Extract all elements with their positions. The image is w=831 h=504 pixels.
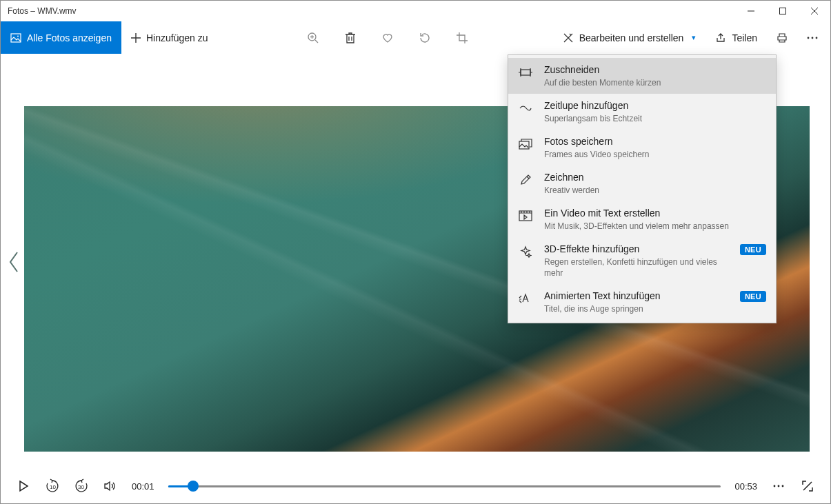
menu-subtitle: Titel, die ins Auge springen bbox=[544, 303, 729, 314]
toolbar: Alle Fotos anzeigen Hinzufügen zu Bearbe… bbox=[1, 21, 830, 54]
video-text-icon bbox=[518, 208, 533, 223]
svg-rect-7 bbox=[521, 70, 530, 75]
sparkle-icon bbox=[518, 244, 533, 259]
menu-subtitle: Kreativ werden bbox=[544, 185, 766, 196]
time-current: 00:01 bbox=[132, 481, 154, 492]
svg-point-11 bbox=[778, 485, 780, 487]
share-icon bbox=[715, 32, 726, 43]
edit-create-label: Bearbeiten und erstellen bbox=[579, 32, 684, 43]
menu-subtitle: Frames aus Video speichern bbox=[544, 149, 766, 160]
svg-rect-1 bbox=[11, 34, 21, 42]
share-label: Teilen bbox=[732, 32, 757, 43]
image-icon bbox=[10, 32, 21, 43]
plus-icon bbox=[131, 33, 141, 43]
pen-icon bbox=[518, 172, 533, 188]
more-icon bbox=[807, 37, 818, 39]
svg-point-4 bbox=[808, 37, 810, 39]
toolbar-center bbox=[217, 21, 557, 54]
edit-icon bbox=[563, 32, 574, 43]
svg-rect-0 bbox=[780, 8, 786, 14]
seek-slider[interactable] bbox=[168, 479, 721, 493]
animated-text-icon bbox=[518, 291, 533, 306]
close-button[interactable] bbox=[799, 1, 830, 21]
playback-more-button[interactable] bbox=[771, 478, 786, 494]
menu-subtitle: Mit Musik, 3D-Effekten und vielem mehr a… bbox=[544, 221, 766, 232]
edit-create-button[interactable]: Bearbeiten und erstellen ▾ bbox=[557, 32, 702, 43]
crop-icon[interactable] bbox=[456, 32, 468, 44]
menu-title: Zeitlupe hinzufügen bbox=[544, 99, 766, 112]
slowmo-icon bbox=[518, 101, 533, 116]
menu-item-animated-text[interactable]: Animierten Text hinzufügenTitel, die ins… bbox=[508, 284, 776, 320]
volume-button[interactable] bbox=[103, 478, 118, 494]
all-photos-button[interactable]: Alle Fotos anzeigen bbox=[1, 21, 121, 54]
menu-title: Ein Video mit Text erstellen bbox=[544, 207, 766, 219]
minimize-button[interactable] bbox=[735, 1, 767, 21]
fullscreen-button[interactable] bbox=[800, 478, 815, 494]
menu-title: Fotos speichern bbox=[544, 135, 766, 148]
edit-create-menu: ZuschneidenAuf die besten Momente kürzen… bbox=[508, 54, 777, 323]
trim-icon bbox=[518, 65, 533, 80]
chevron-down-icon: ▾ bbox=[692, 33, 696, 42]
svg-point-10 bbox=[774, 485, 776, 487]
viewer: ZuschneidenAuf die besten Momente kürzen… bbox=[1, 54, 830, 469]
menu-title: 3D-Effekte hinzufügen bbox=[544, 243, 729, 255]
menu-title: Zuschneiden bbox=[544, 63, 766, 76]
skip-fwd-label: 30 bbox=[78, 484, 84, 490]
skip-back-label: 10 bbox=[50, 484, 56, 490]
menu-item-video-text[interactable]: Ein Video mit Text erstellenMit Musik, 3… bbox=[508, 201, 776, 237]
svg-point-6 bbox=[816, 37, 818, 39]
skip-back-button[interactable]: 10 bbox=[45, 478, 60, 494]
menu-item-draw[interactable]: ZeichnenKreativ werden bbox=[508, 165, 776, 201]
menu-item-save-photos[interactable]: Fotos speichernFrames aus Video speicher… bbox=[508, 130, 776, 165]
print-button[interactable] bbox=[771, 32, 793, 43]
rotate-icon[interactable] bbox=[419, 32, 431, 44]
menu-subtitle: Regen erstellen, Konfetti hinzufügen und… bbox=[544, 256, 729, 279]
menu-subtitle: Superlangsam bis Echtzeit bbox=[544, 113, 766, 124]
playback-bar: 10 30 00:01 00:53 bbox=[1, 469, 830, 503]
new-badge: NEU bbox=[740, 244, 766, 255]
frames-icon bbox=[518, 137, 533, 152]
svg-point-12 bbox=[782, 485, 784, 487]
play-button[interactable] bbox=[16, 478, 31, 494]
svg-point-5 bbox=[812, 37, 814, 39]
new-badge: NEU bbox=[740, 291, 766, 302]
print-icon bbox=[777, 32, 788, 43]
menu-item-slowmo[interactable]: Zeitlupe hinzufügenSuperlangsam bis Echt… bbox=[508, 94, 776, 130]
all-photos-label: Alle Fotos anzeigen bbox=[27, 32, 112, 43]
menu-title: Animierten Text hinzufügen bbox=[544, 290, 729, 302]
more-button[interactable] bbox=[801, 37, 823, 39]
zoom-icon[interactable] bbox=[307, 32, 319, 44]
menu-title: Zeichnen bbox=[544, 171, 766, 183]
add-to-button[interactable]: Hinzufügen zu bbox=[121, 21, 218, 54]
menu-subtitle: Auf die besten Momente kürzen bbox=[544, 77, 766, 88]
time-total: 00:53 bbox=[734, 481, 757, 492]
share-button[interactable]: Teilen bbox=[710, 32, 763, 43]
favorite-icon[interactable] bbox=[381, 32, 394, 44]
delete-icon[interactable] bbox=[344, 32, 357, 44]
toolbar-right: Bearbeiten und erstellen ▾ Teilen bbox=[557, 21, 830, 54]
menu-item-trim[interactable]: ZuschneidenAuf die besten Momente kürzen bbox=[508, 58, 776, 94]
svg-point-2 bbox=[17, 35, 19, 37]
seek-thumb[interactable] bbox=[188, 481, 199, 492]
previous-arrow[interactable] bbox=[8, 250, 21, 274]
skip-forward-button[interactable]: 30 bbox=[74, 478, 89, 494]
maximize-button[interactable] bbox=[767, 1, 799, 21]
menu-item-3d-effects[interactable]: 3D-Effekte hinzufügenRegen erstellen, Ko… bbox=[508, 237, 776, 284]
add-to-label: Hinzufügen zu bbox=[146, 32, 208, 43]
window-title: Fotos – WMV.wmv bbox=[8, 6, 735, 16]
titlebar: Fotos – WMV.wmv bbox=[1, 1, 830, 21]
